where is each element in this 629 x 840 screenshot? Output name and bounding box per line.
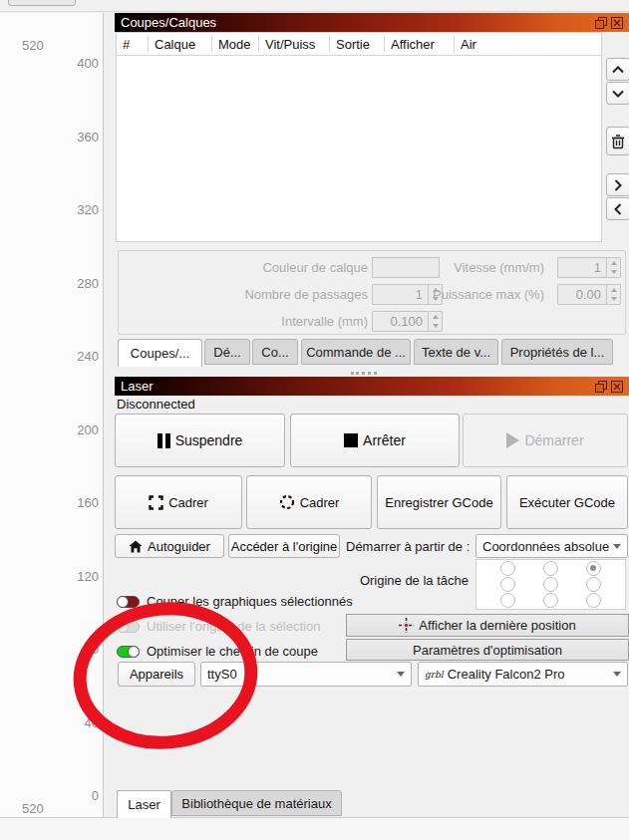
delete-layer-button[interactable] xyxy=(606,127,629,155)
close-panel-icon[interactable] xyxy=(611,381,623,393)
devices-button[interactable]: Appareils xyxy=(118,662,195,687)
spinner-arrows-icon[interactable] xyxy=(606,258,620,277)
max-power-stepper[interactable]: 0.00 xyxy=(557,284,621,305)
dropdown-caret-icon xyxy=(613,544,621,549)
chevron-right-icon xyxy=(614,179,622,191)
workspace-canvas[interactable]: 520 40036032028024020016012080400 520 xyxy=(0,13,104,817)
move-up-button[interactable] xyxy=(606,58,629,81)
run-gcode-button[interactable]: Exécuter GCode xyxy=(506,475,628,529)
port-dropdown[interactable]: ttyS0 xyxy=(200,662,412,687)
start-button[interactable]: Démarrer xyxy=(463,414,628,467)
play-icon xyxy=(506,432,519,448)
x-ruler-tick: 520 xyxy=(22,801,44,816)
toggle-on-icon[interactable] xyxy=(117,646,140,658)
show-last-position-button[interactable]: Afficher la dernière position xyxy=(346,614,629,637)
toggle-disabled-icon[interactable] xyxy=(117,621,140,633)
grbl-icon: grbl xyxy=(425,670,444,680)
speed-stepper[interactable]: 1 xyxy=(557,257,621,278)
col-air[interactable]: Air xyxy=(455,36,601,53)
optimize-path-toggle-row[interactable]: Optimiser le chemin de coupe xyxy=(117,644,318,659)
tab-variable-text[interactable]: Texte de v... xyxy=(414,339,498,365)
bottom-tab-material-library[interactable]: Bibliothèque de matériaux xyxy=(171,790,342,816)
col-speed-power[interactable]: Vit/Puiss xyxy=(259,36,330,53)
pause-button[interactable]: Suspendre xyxy=(115,414,285,467)
layer-list[interactable]: # Calque Mode Vit/Puiss Sortie Afficher … xyxy=(116,32,602,242)
job-origin-radio[interactable] xyxy=(500,577,515,592)
device-dropdown[interactable]: grbl Creality Falcon2 Pro xyxy=(418,662,628,687)
tab-cuts-layers[interactable]: Coupes/... xyxy=(118,339,202,367)
trash-icon xyxy=(611,134,625,149)
go-to-origin-button[interactable]: Accéder à l'origine xyxy=(228,534,340,558)
float-panel-icon[interactable] xyxy=(595,17,607,29)
interval-label: Intervalle (mm) xyxy=(178,314,368,329)
frame-circle-button[interactable]: Cadrer xyxy=(246,475,372,529)
job-origin-grid xyxy=(475,559,626,610)
y-ruler-tick: 200 xyxy=(77,421,99,436)
y-ruler-tick: 80 xyxy=(85,642,99,657)
job-origin-radio[interactable] xyxy=(500,561,515,576)
y-ruler-tick: 400 xyxy=(77,56,99,71)
job-origin-radio[interactable] xyxy=(586,593,601,608)
toolbar-stub xyxy=(0,0,629,12)
chevron-left-icon xyxy=(614,203,622,215)
connection-status: Disconnected xyxy=(117,397,195,412)
lightburn-window: 520 40036032028024020016012080400 520 Co… xyxy=(0,0,629,840)
frame-circle-icon xyxy=(279,494,295,510)
job-origin-label: Origine de la tâche xyxy=(349,573,469,588)
close-panel-icon[interactable] xyxy=(611,17,623,29)
col-layer[interactable]: Calque xyxy=(149,36,212,53)
tab-shape-properties[interactable]: Propriétés de l... xyxy=(501,339,613,365)
job-origin-radio[interactable] xyxy=(586,577,601,592)
tab-console[interactable]: Co... xyxy=(252,339,298,365)
job-origin-radio[interactable] xyxy=(543,561,558,576)
save-gcode-button[interactable]: Enregistrer GCode xyxy=(377,475,501,529)
job-origin-radio[interactable] xyxy=(543,593,558,608)
max-power-label: Puissance max (%) xyxy=(418,287,544,302)
y-ruler-tick: 240 xyxy=(77,349,99,364)
job-origin-radio[interactable] xyxy=(586,561,601,576)
use-selection-origin-toggle-row[interactable]: Utiliser l'origine de la sélection xyxy=(117,619,320,634)
col-show[interactable]: Afficher xyxy=(385,36,455,53)
col-number[interactable]: # xyxy=(117,36,149,53)
bottom-tab-laser[interactable]: Laser xyxy=(117,790,171,818)
dropdown-caret-icon xyxy=(397,672,405,677)
spinner-arrows-icon[interactable] xyxy=(606,285,620,304)
speed-label: Vitesse (mm/m) xyxy=(418,260,544,275)
move-left-button[interactable] xyxy=(606,197,629,220)
move-right-button[interactable] xyxy=(606,173,629,196)
dropdown-caret-icon xyxy=(613,672,621,677)
passes-label: Nombre de passages xyxy=(178,287,368,302)
y-ruler-tick: 120 xyxy=(77,568,99,583)
toggle-off-icon[interactable] xyxy=(117,596,140,608)
crosshair-icon xyxy=(399,618,414,633)
laser-panel-title: Laser xyxy=(121,379,591,394)
cut-selected-toggle-row[interactable]: Couper les graphiques sélectionnés xyxy=(117,594,353,609)
optimization-settings-button[interactable]: Paramètres d'optimisation xyxy=(346,639,629,661)
start-from-dropdown[interactable]: Coordonnées absolues xyxy=(475,534,628,558)
toolbar-partial-button[interactable] xyxy=(8,0,76,6)
y-ruler-tick: 40 xyxy=(85,714,99,729)
stop-button[interactable]: Arrêter xyxy=(290,414,460,467)
splitter-handle[interactable] xyxy=(351,372,377,375)
cuts-panel-titlebar[interactable]: Coupes/Calques xyxy=(115,13,629,32)
job-origin-radio[interactable] xyxy=(500,593,515,608)
tab-camera-control[interactable]: Commande de ... xyxy=(301,339,411,365)
pause-icon xyxy=(157,433,170,448)
home-button[interactable]: Autoguider xyxy=(115,534,224,558)
layer-color-label: Couleur de calque xyxy=(178,260,368,275)
interval-stepper[interactable]: 0.100 xyxy=(372,311,443,332)
tab-moves[interactable]: Dé... xyxy=(204,339,250,365)
frame-rect-icon xyxy=(149,495,163,510)
move-down-button[interactable] xyxy=(606,82,629,105)
spinner-arrows-icon[interactable] xyxy=(428,312,442,331)
chevron-down-icon xyxy=(612,90,624,98)
col-output[interactable]: Sortie xyxy=(330,36,385,53)
laser-panel-titlebar[interactable]: Laser xyxy=(115,377,629,396)
job-origin-radio[interactable] xyxy=(543,577,558,592)
frame-button[interactable]: Cadrer xyxy=(115,475,242,529)
float-panel-icon[interactable] xyxy=(595,381,607,393)
y-ruler-tick: 0 xyxy=(92,788,99,803)
layer-list-header: # Calque Mode Vit/Puiss Sortie Afficher … xyxy=(117,33,601,56)
y-ruler-tick: 280 xyxy=(77,275,99,290)
col-mode[interactable]: Mode xyxy=(212,36,259,53)
